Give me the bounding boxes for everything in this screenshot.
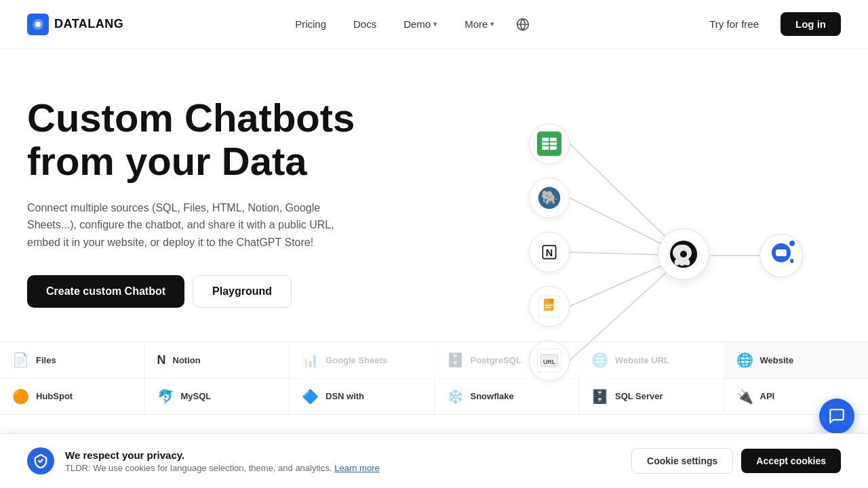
cookie-accept-button[interactable]: Accept cookies [741, 449, 841, 473]
login-button[interactable]: Log in [781, 12, 841, 36]
strip-hubspot: 🟠 HubSpot [0, 379, 145, 415]
navbar: DATALANG Pricing Docs Demo ▾ More ▾ Try … [0, 0, 868, 49]
nav-docs[interactable]: Docs [342, 13, 387, 35]
cookie-shield-icon [27, 447, 54, 474]
source-node-notion: N [529, 232, 570, 272]
demo-chevron-icon: ▾ [433, 20, 437, 28]
source-node-sheets [529, 123, 570, 164]
logo-text: DATALANG [54, 17, 123, 31]
hero-section: Custom Chatbots from your Data Connect m… [0, 49, 868, 415]
cookie-description: TLDR: We use cookies for language select… [65, 463, 380, 473]
language-button[interactable] [511, 12, 535, 37]
strip-dsn: 🔷 DSN with [290, 379, 435, 415]
nav-links: Pricing Docs Demo ▾ More ▾ [284, 12, 535, 37]
source-node-postgres: 🐘 [529, 178, 570, 218]
svg-rect-31 [776, 249, 787, 256]
logo[interactable]: DATALANG [27, 14, 123, 35]
svg-text:N: N [546, 247, 553, 258]
svg-text:🐘: 🐘 [541, 189, 558, 205]
strip-row-1: 📄 Files N Notion 📊 Google Sheets 🗄️ Post… [0, 342, 868, 379]
nav-more[interactable]: More ▾ [454, 13, 505, 35]
nav-demo[interactable]: Demo ▾ [393, 13, 448, 35]
center-node-openai [658, 228, 709, 280]
strip-snowflake: ❄️ Snowflake [435, 379, 580, 415]
learn-more-link[interactable]: Learn more [334, 463, 379, 473]
strip-files: 📄 Files [0, 342, 145, 379]
strip-row-2: 🟠 HubSpot 🐬 MySQL 🔷 DSN with ❄️ Snowflak… [0, 379, 868, 415]
logo-icon [27, 14, 49, 35]
cookie-buttons: Cookie settings Accept cookies [631, 448, 841, 474]
playground-button[interactable]: Playground [193, 275, 292, 308]
cookie-left: We respect your privacy. TLDR: We use co… [27, 447, 380, 474]
strip-extra2: 🗄️ PostgreSQL [435, 342, 580, 379]
hero-subtitle: Connect multiple sources (SQL, Files, HT… [27, 199, 366, 251]
create-chatbot-button[interactable]: Create custom Chatbot [27, 275, 184, 308]
strip-extra3: 🌐 Website URL [579, 342, 724, 379]
chat-widget-button[interactable] [819, 399, 854, 434]
strip-mysql: 🐬 MySQL [145, 379, 290, 415]
svg-point-1 [35, 22, 41, 27]
nav-actions: Try for free Log in [696, 12, 841, 36]
svg-point-29 [680, 251, 687, 258]
svg-marker-22 [549, 299, 553, 303]
svg-point-32 [790, 259, 793, 263]
output-node-chat [760, 234, 803, 277]
cookie-settings-button[interactable]: Cookie settings [631, 448, 733, 474]
strip-extra1: 📊 Google Sheets [290, 342, 435, 379]
strip-sqlserver: 🗄️ SQL Server [579, 379, 724, 415]
hero-content: Custom Chatbots from your Data Connect m… [27, 96, 366, 308]
nav-pricing[interactable]: Pricing [284, 13, 337, 35]
cookie-banner: We respect your privacy. TLDR: We use co… [0, 433, 868, 488]
strip-website: 🌐 Website [724, 342, 869, 379]
hero-title: Custom Chatbots from your Data [27, 96, 366, 183]
hero-buttons: Create custom Chatbot Playground [27, 275, 366, 308]
bottom-strips: 📄 Files N Notion 📊 Google Sheets 🗄️ Post… [0, 342, 868, 415]
source-node-file [529, 286, 570, 327]
strip-notion: N Notion [145, 342, 290, 379]
more-chevron-icon: ▾ [490, 20, 494, 28]
try-free-button[interactable]: Try for free [696, 12, 772, 36]
cookie-text: We respect your privacy. TLDR: We use co… [65, 449, 380, 473]
